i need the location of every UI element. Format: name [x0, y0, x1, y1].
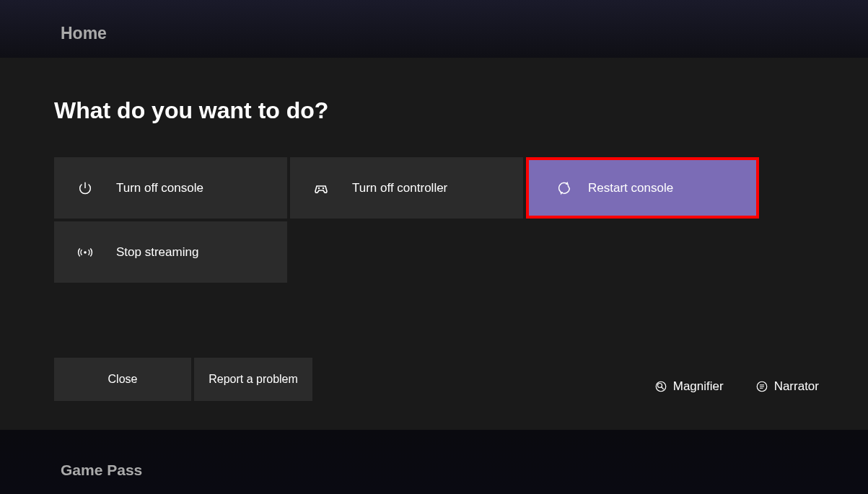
narrator-button[interactable]: Narrator — [755, 379, 819, 394]
restart-console-tile[interactable]: Restart console — [526, 157, 759, 219]
background-header — [0, 0, 868, 58]
magnifier-icon — [654, 380, 667, 393]
report-problem-button[interactable]: Report a problem — [194, 358, 312, 401]
dialog-title: What do you want to do? — [54, 97, 814, 124]
tile-grid: Turn off console Turn off controller — [54, 157, 814, 283]
game-pass-label: Game Pass — [61, 462, 142, 479]
stop-streaming-tile[interactable]: Stop streaming — [54, 221, 287, 283]
bottom-buttons: Close Report a problem — [54, 358, 312, 401]
a11y-label: Magnifier — [673, 379, 724, 394]
tile-label: Stop streaming — [116, 245, 198, 260]
power-dialog: What do you want to do? Turn off console… — [0, 58, 868, 430]
streaming-icon — [76, 243, 95, 262]
button-label: Close — [108, 373, 138, 386]
turn-off-console-tile[interactable]: Turn off console — [54, 157, 287, 219]
magnifier-button[interactable]: Magnifier — [654, 379, 724, 394]
svg-point-0 — [319, 188, 320, 188]
turn-off-controller-tile[interactable]: Turn off controller — [290, 157, 523, 219]
tile-label: Turn off console — [116, 181, 203, 195]
tile-label: Restart console — [588, 181, 673, 195]
button-label: Report a problem — [209, 373, 298, 386]
tile-label: Turn off controller — [352, 181, 447, 195]
svg-point-1 — [323, 188, 324, 188]
bottom-row: Close Report a problem Magnifier — [54, 358, 819, 401]
narrator-icon — [755, 380, 768, 393]
accessibility-row: Magnifier Narrator — [654, 379, 819, 394]
svg-point-4 — [657, 384, 662, 388]
close-button[interactable]: Close — [54, 358, 191, 401]
svg-point-2 — [84, 251, 87, 254]
a11y-label: Narrator — [774, 379, 819, 394]
home-title: Home — [61, 24, 107, 43]
restart-icon — [555, 179, 574, 198]
power-icon — [76, 179, 95, 198]
controller-icon — [312, 179, 330, 198]
